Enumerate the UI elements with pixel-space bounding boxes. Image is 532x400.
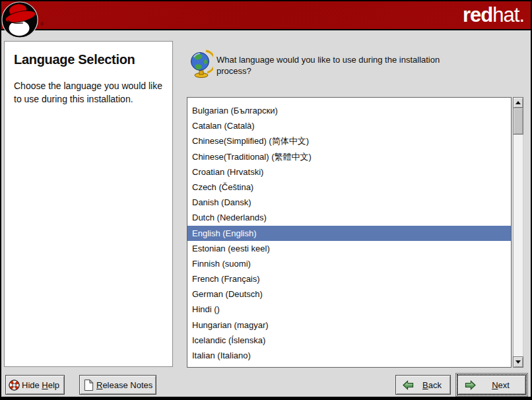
language-list-item[interactable]: Hindi () <box>187 302 511 317</box>
language-list-item[interactable]: Czech (Čeština) <box>187 180 511 195</box>
language-list-item[interactable]: Hungarian (magyar) <box>187 317 511 333</box>
question-text: What language would you like to use duri… <box>216 54 462 77</box>
next-button[interactable]: Next <box>457 375 526 395</box>
scrollbar-thumb[interactable] <box>513 108 523 135</box>
language-list-item[interactable]: Finnish (suomi) <box>187 256 511 271</box>
redhat-wordmark: redhat. <box>463 3 524 27</box>
hide-help-label: Hide Help <box>22 380 59 390</box>
help-panel: Language Selection Choose the language y… <box>4 41 173 367</box>
back-button[interactable]: Back <box>395 375 451 395</box>
scrollbar[interactable] <box>513 97 523 368</box>
language-list-item[interactable]: Icelandic (Íslenska) <box>187 333 511 348</box>
language-list-item[interactable]: Dutch (Nederlands) <box>187 210 511 225</box>
language-list-item[interactable]: Chinese(Simplified) (简体中文) <box>187 133 511 149</box>
redhat-shadowman-logo-icon <box>1 1 40 40</box>
next-button-focus-frame: Next <box>455 373 528 397</box>
language-list-item[interactable]: Italian (Italiano) <box>187 348 511 363</box>
release-notes-button[interactable]: Release Notes <box>79 375 156 395</box>
language-list[interactable]: Bulgarian (Български)Catalan (Català)Chi… <box>187 97 512 368</box>
registered-mark: ® <box>40 22 44 26</box>
globe-icon <box>189 49 213 78</box>
language-list-item[interactable]: French (Français) <box>187 271 511 286</box>
document-icon <box>83 379 94 391</box>
brand-hat: hat. <box>492 3 524 26</box>
back-arrow-icon <box>403 380 414 390</box>
page-title: Language Selection <box>14 52 163 67</box>
release-notes-label: Release Notes <box>96 380 152 390</box>
language-list-container: Bulgarian (Български)Catalan (Català)Chi… <box>187 97 523 368</box>
up-arrow-icon <box>515 101 521 104</box>
brand-red: red <box>463 3 492 26</box>
scroll-down-button[interactable] <box>513 356 523 368</box>
hide-help-button[interactable]: Hide Help <box>5 375 65 395</box>
help-text: Choose the language you would like to us… <box>14 79 163 106</box>
scroll-up-button[interactable] <box>513 97 523 108</box>
language-list-item[interactable]: German (Deutsch) <box>187 286 511 302</box>
window-content: redhat. ® Language Selection Choose the … <box>1 1 531 397</box>
language-list-item[interactable]: Estonian (eesti keel) <box>187 241 511 256</box>
language-list-item[interactable]: English (English) <box>187 226 511 241</box>
language-list-item[interactable]: Croatian (Hrvatski) <box>187 164 511 180</box>
scrollbar-track[interactable] <box>513 135 523 356</box>
life-ring-icon <box>8 379 20 391</box>
language-list-item[interactable]: Bulgarian (Български) <box>187 103 511 118</box>
installer-window: redhat. ® Language Selection Choose the … <box>0 0 532 400</box>
down-arrow-icon <box>515 360 521 364</box>
language-list-item[interactable]: Chinese(Traditional) (繁體中文) <box>187 149 511 164</box>
next-arrow-icon <box>465 380 476 390</box>
back-label: Back <box>414 380 450 390</box>
language-list-item[interactable]: Danish (Dansk) <box>187 195 511 210</box>
language-list-item[interactable]: Catalan (Català) <box>187 118 511 133</box>
header-bar: redhat. <box>1 1 531 30</box>
next-label: Next <box>476 380 525 390</box>
